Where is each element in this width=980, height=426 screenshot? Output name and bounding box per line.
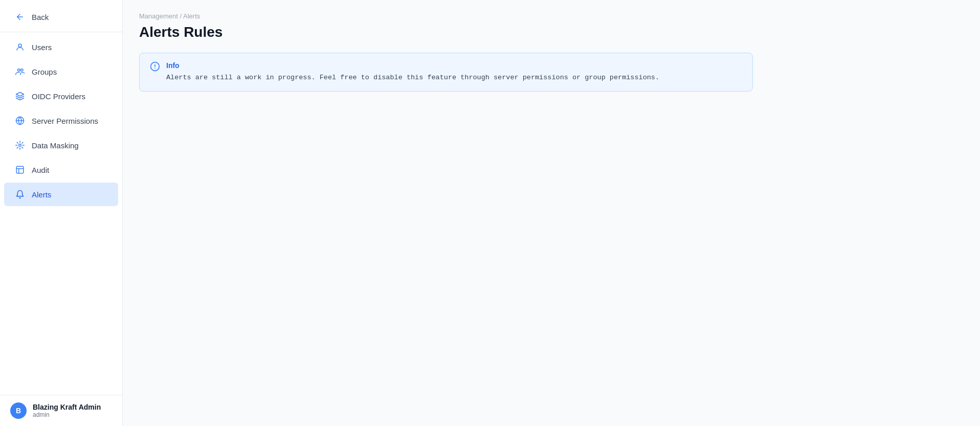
- sidebar-item-label: Groups: [32, 68, 57, 76]
- sidebar-item-groups[interactable]: Groups: [4, 60, 118, 83]
- svg-point-1: [18, 44, 21, 47]
- sidebar-item-label: Audit: [32, 166, 49, 174]
- sidebar-item-audit[interactable]: Audit: [4, 158, 118, 182]
- sidebar-nav: Back Users Groups: [0, 0, 122, 395]
- svg-point-2: [18, 69, 20, 72]
- svg-point-3: [21, 69, 24, 72]
- user-info: Blazing Kraft Admin admin: [33, 403, 101, 418]
- sidebar-item-server-permissions[interactable]: Server Permissions: [4, 109, 118, 132]
- info-banner-content: Info Alerts are still a work in progress…: [166, 61, 659, 83]
- sidebar-item-label: Data Masking: [32, 141, 79, 150]
- sidebar-footer: B Blazing Kraft Admin admin: [0, 395, 122, 426]
- sidebar-item-users[interactable]: Users: [4, 35, 118, 59]
- server-permissions-icon: [14, 115, 26, 126]
- user-icon: [14, 41, 26, 53]
- breadcrumb-current: Alerts: [183, 12, 200, 20]
- sidebar-item-label: Users: [32, 43, 52, 52]
- svg-point-6: [19, 144, 21, 147]
- sidebar-item-back[interactable]: Back: [4, 5, 118, 29]
- page-title: Alerts Rules: [139, 24, 964, 40]
- audit-icon: [14, 164, 26, 175]
- user-name: Blazing Kraft Admin: [33, 403, 101, 411]
- user-role: admin: [33, 411, 101, 418]
- breadcrumb: Management / Alerts: [139, 12, 964, 20]
- info-icon: [150, 61, 160, 74]
- sidebar-item-label: Alerts: [32, 190, 51, 199]
- alerts-icon: [14, 189, 26, 200]
- sidebar: Back Users Groups: [0, 0, 123, 426]
- groups-icon: [14, 66, 26, 77]
- info-banner: Info Alerts are still a work in progress…: [139, 53, 753, 92]
- info-banner-title: Info: [166, 61, 659, 70]
- sidebar-item-oidc-providers[interactable]: OIDC Providers: [4, 84, 118, 108]
- sidebar-item-label: Server Permissions: [32, 117, 98, 125]
- main-content: Management / Alerts Alerts Rules Info Al…: [123, 0, 980, 426]
- back-icon: [14, 11, 26, 23]
- info-banner-text: Alerts are still a work in progress. Fee…: [166, 73, 659, 83]
- sidebar-item-label: OIDC Providers: [32, 92, 85, 101]
- avatar: B: [10, 402, 27, 419]
- sidebar-item-alerts[interactable]: Alerts: [4, 183, 118, 206]
- sidebar-back-label: Back: [32, 13, 49, 21]
- sidebar-item-data-masking[interactable]: Data Masking: [4, 133, 118, 157]
- data-masking-icon: [14, 140, 26, 151]
- svg-rect-7: [16, 166, 24, 173]
- breadcrumb-parent: Management: [139, 12, 178, 20]
- sidebar-divider: [0, 32, 122, 32]
- oidc-icon: [14, 91, 26, 102]
